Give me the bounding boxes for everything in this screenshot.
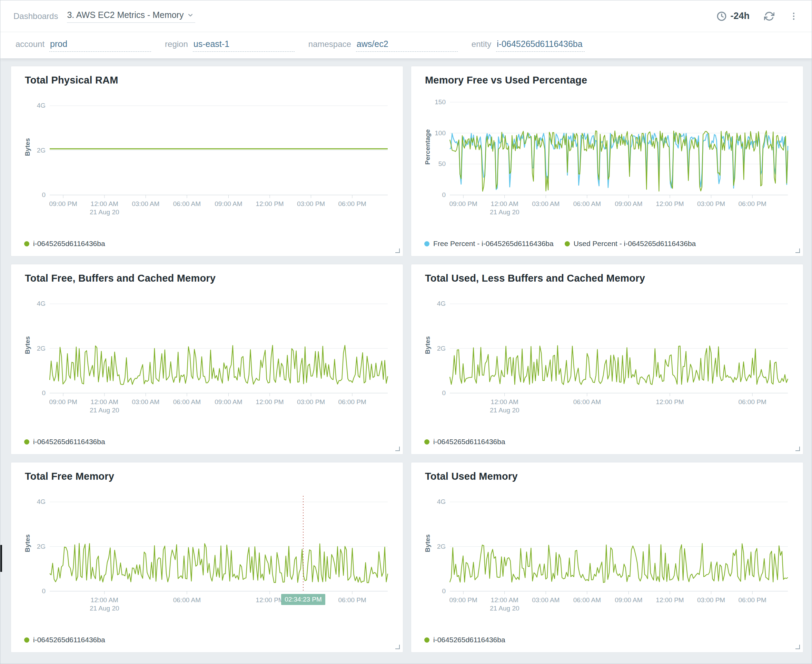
filter-account-value[interactable]: prod bbox=[49, 39, 151, 52]
x-tick-label: 06:00 AM bbox=[173, 596, 201, 604]
y-axis-title: Bytes bbox=[424, 336, 431, 354]
y-tick-label: 0 bbox=[442, 191, 446, 199]
filter-entity-value[interactable]: i-0645265d6116436ba bbox=[496, 39, 584, 52]
filter-namespace-value[interactable]: aws/ec2 bbox=[356, 39, 458, 52]
y-tick-label: 2G bbox=[437, 543, 446, 550]
chart-panel: Total Used Memory02G4GBytes09:00 PM12:00… bbox=[411, 462, 803, 653]
y-tick-label: 4G bbox=[437, 498, 446, 505]
y-tick-label: 100 bbox=[435, 129, 446, 137]
y-tick-label: 4G bbox=[37, 102, 45, 109]
x-tick-label: 06:00 PM bbox=[338, 398, 366, 405]
y-tick-label: 4G bbox=[37, 300, 45, 307]
x-tick-label: 06:00 PM bbox=[738, 596, 766, 604]
x-tick-label: 09:00 PM bbox=[49, 200, 77, 207]
chart-canvas[interactable]: 02G4GBytes12:00 AM21 Aug 2006:00 AM12:00… bbox=[21, 488, 393, 616]
x-tick-label: 09:00 AM bbox=[615, 200, 642, 207]
panel-resize-handle[interactable] bbox=[796, 249, 800, 253]
dashboard-selector[interactable]: 3. AWS EC2 Metrics - Memory bbox=[67, 9, 195, 23]
x-tick-label: 09:00 AM bbox=[615, 596, 642, 604]
y-axis-title: Bytes bbox=[24, 336, 31, 354]
kebab-menu-button[interactable] bbox=[789, 11, 799, 21]
x-tick-sub-label: 21 Aug 20 bbox=[90, 605, 119, 612]
chart-canvas[interactable]: 02G4GBytes12:00 AM21 Aug 2006:00 AM12:00… bbox=[421, 290, 793, 418]
panel-resize-handle[interactable] bbox=[395, 447, 400, 451]
x-tick-label: 03:00 AM bbox=[532, 596, 560, 604]
legend-item[interactable]: Used Percent - i-0645265d6116436ba bbox=[565, 239, 696, 248]
y-tick-label: 0 bbox=[42, 588, 45, 595]
chart-legend: i-0645265d6116436ba bbox=[21, 239, 393, 251]
kebab-menu-icon bbox=[789, 11, 799, 21]
filter-namespace: namespace aws/ec2 bbox=[309, 39, 458, 52]
y-tick-label: 0 bbox=[442, 588, 446, 595]
x-tick-label: 09:00 AM bbox=[214, 398, 242, 405]
x-tick-label: 09:00 PM bbox=[450, 596, 477, 604]
x-tick-label: 06:00 AM bbox=[573, 596, 601, 604]
legend-color-dot bbox=[424, 241, 429, 246]
legend-color-dot bbox=[424, 638, 429, 643]
clock-icon bbox=[716, 11, 727, 21]
chart-panel: Memory Free vs Used Percentage050100150P… bbox=[411, 66, 803, 256]
chart-canvas[interactable]: 02G4GBytes09:00 PM12:00 AM21 Aug 2003:00… bbox=[21, 290, 393, 418]
x-tick-label: 06:00 AM bbox=[573, 200, 601, 207]
chart-panel: Total Used, Less Buffers and Cached Memo… bbox=[411, 264, 803, 454]
dashboard-name: 3. AWS EC2 Metrics - Memory bbox=[67, 10, 184, 20]
x-tick-label: 12:00 PM bbox=[656, 200, 684, 207]
x-tick-sub-label: 21 Aug 20 bbox=[490, 407, 520, 414]
x-tick-label: 03:00 AM bbox=[532, 200, 560, 207]
legend-item[interactable]: i-0645265d6116436ba bbox=[424, 636, 505, 644]
panel-title: Total Physical RAM bbox=[25, 75, 389, 86]
y-tick-label: 0 bbox=[42, 389, 45, 397]
x-tick-label: 12:00 AM bbox=[491, 398, 518, 405]
filter-bar: account prod region us-east-1 namespace … bbox=[0, 32, 812, 58]
chevron-down-icon bbox=[187, 12, 194, 19]
y-axis-title: Bytes bbox=[424, 534, 431, 552]
breadcrumb: Dashboards bbox=[13, 11, 58, 21]
panel-resize-handle[interactable] bbox=[395, 249, 400, 253]
filter-entity: entity i-0645265d6116436ba bbox=[471, 39, 585, 52]
x-tick-label: 06:00 PM bbox=[338, 200, 366, 207]
x-tick-label: 03:00 PM bbox=[297, 398, 325, 405]
y-tick-label: 2G bbox=[37, 543, 45, 550]
chart-panel: Total Free Memory02G4GBytes12:00 AM21 Au… bbox=[11, 462, 403, 653]
chart-legend: i-0645265d6116436ba bbox=[421, 438, 793, 449]
legend-item[interactable]: i-0645265d6116436ba bbox=[24, 636, 105, 644]
x-tick-label: 09:00 PM bbox=[49, 398, 77, 405]
panel-resize-handle[interactable] bbox=[796, 644, 800, 649]
panel-resize-handle[interactable] bbox=[395, 644, 400, 649]
legend-item[interactable]: i-0645265d6116436ba bbox=[424, 438, 505, 446]
x-tick-label: 12:00 AM bbox=[491, 596, 518, 604]
legend-item[interactable]: i-0645265d6116436ba bbox=[24, 438, 105, 446]
x-tick-label: 03:00 AM bbox=[132, 398, 159, 405]
x-tick-label: 03:00 PM bbox=[697, 200, 725, 207]
panel-title: Total Used Memory bbox=[425, 471, 789, 482]
x-tick-sub-label: 21 Aug 20 bbox=[490, 208, 520, 216]
legend-item[interactable]: i-0645265d6116436ba bbox=[24, 239, 105, 248]
filter-region: region us-east-1 bbox=[165, 39, 295, 52]
chart-canvas[interactable]: 02G4GBytes09:00 PM12:00 AM21 Aug 2003:00… bbox=[21, 91, 393, 220]
x-tick-label: 06:00 PM bbox=[738, 398, 766, 405]
x-tick-label: 06:00 PM bbox=[338, 596, 366, 604]
x-tick-label: 12:00 AM bbox=[91, 200, 118, 207]
window-edge-artifact bbox=[0, 545, 2, 572]
y-tick-label: 2G bbox=[437, 345, 446, 352]
x-tick-label: 12:00 PM bbox=[256, 596, 284, 604]
chart-canvas[interactable]: 02G4GBytes09:00 PM12:00 AM21 Aug 2003:00… bbox=[421, 488, 793, 616]
x-tick-label: 09:00 PM bbox=[450, 200, 477, 207]
filter-label: account bbox=[16, 39, 44, 49]
x-tick-label: 06:00 AM bbox=[173, 200, 201, 207]
filter-label: entity bbox=[471, 39, 491, 49]
panel-title: Memory Free vs Used Percentage bbox=[425, 75, 789, 86]
x-tick-label: 12:00 AM bbox=[91, 596, 118, 604]
y-axis-title: Bytes bbox=[24, 138, 31, 156]
legend-item[interactable]: Free Percent - i-0645265d6116436ba bbox=[424, 239, 554, 248]
panel-title: Total Free Memory bbox=[25, 471, 389, 482]
x-tick-label: 03:00 PM bbox=[297, 200, 325, 207]
time-range-button[interactable]: -24h bbox=[716, 11, 750, 21]
panel-resize-handle[interactable] bbox=[796, 447, 800, 451]
chart-panel: Total Free, Buffers and Cached Memory02G… bbox=[11, 264, 403, 454]
refresh-button[interactable] bbox=[764, 11, 775, 21]
filter-region-value[interactable]: us-east-1 bbox=[193, 39, 295, 52]
series-line bbox=[50, 345, 388, 385]
chart-canvas[interactable]: 050100150Percentage09:00 PM12:00 AM21 Au… bbox=[421, 91, 793, 220]
time-range-value: -24h bbox=[730, 11, 750, 21]
